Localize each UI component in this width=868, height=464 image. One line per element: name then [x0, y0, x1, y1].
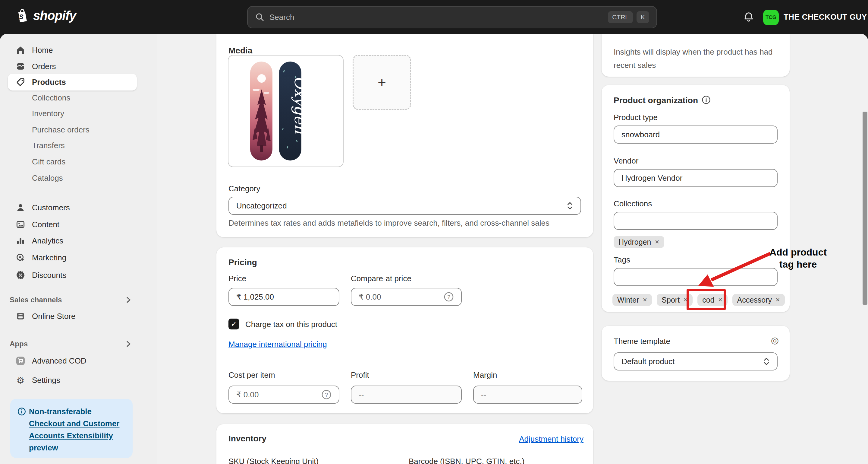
pricing-card: Pricing Price Compare-at price ₹ 1,025.0…: [216, 248, 593, 413]
svg-text:S: S: [19, 13, 24, 21]
add-media-button[interactable]: +: [352, 55, 411, 110]
remove-icon[interactable]: ✕: [655, 239, 659, 245]
sidebar-item-settings[interactable]: ⚙ Settings: [8, 372, 137, 388]
shopify-logo[interactable]: S shopify: [16, 8, 76, 23]
sidebar-item-purchase-orders[interactable]: Purchase orders: [8, 121, 137, 138]
analytics-icon: [16, 236, 25, 245]
sales-channels-header[interactable]: Sales channels: [8, 291, 137, 308]
theme-template-value: Default product: [621, 357, 675, 366]
user-menu[interactable]: THE CHECKOUT GUY: [784, 0, 867, 34]
profit-input[interactable]: --: [351, 385, 462, 404]
advanced-cod-cart-icon: [16, 356, 25, 366]
sidebar-item-marketing[interactable]: Marketing: [8, 249, 137, 266]
sidebar-item-transfers[interactable]: Transfers: [8, 137, 137, 154]
kbd-ctrl: CTRL: [608, 11, 633, 23]
customers-icon: [16, 203, 25, 212]
notice-suffix: preview: [29, 443, 58, 452]
search-input[interactable]: Search CTRL K: [247, 6, 657, 28]
sidebar-item-label: Settings: [32, 376, 60, 385]
theme-template-label: Theme template: [614, 337, 670, 346]
svg-text:?: ?: [447, 294, 451, 300]
collection-chip-hydrogen[interactable]: Hydrogen ✕: [614, 236, 664, 248]
sidebar-item-content[interactable]: Content: [8, 216, 137, 233]
info-icon: [18, 407, 26, 416]
info-icon[interactable]: [702, 95, 711, 105]
sidebar-item-collections[interactable]: Collections: [8, 89, 137, 106]
user-name: THE CHECKOUT GUY: [784, 12, 867, 22]
apps-header[interactable]: Apps: [8, 336, 137, 352]
avatar[interactable]: TCG: [763, 10, 779, 25]
theme-template-card: Theme template ◎ Default product: [601, 326, 789, 381]
product-type-input[interactable]: snowboard: [614, 125, 778, 144]
profit-label: Profit: [351, 371, 369, 380]
tag-chip-winter[interactable]: Winter✕: [613, 294, 652, 306]
eye-icon[interactable]: ◎: [771, 336, 779, 345]
cost-per-item-label: Cost per item: [228, 371, 275, 380]
apps-label: Apps: [10, 340, 28, 348]
product-type-label: Product type: [614, 113, 658, 122]
media-title: Media: [228, 46, 252, 56]
compare-at-value: ₹ 0.00: [359, 292, 381, 302]
charge-tax-checkbox[interactable]: ✓: [228, 319, 239, 329]
scrollbar-thumb[interactable]: [863, 112, 867, 305]
discounts-icon: [16, 270, 25, 280]
adjustment-history-link[interactable]: Adjustment history: [519, 434, 584, 444]
margin-input[interactable]: --: [473, 385, 582, 404]
margin-value: --: [481, 390, 486, 400]
extensibility-preview-link[interactable]: Checkout and Customer Accounts Extensibi…: [29, 419, 120, 440]
sidebar-item-discounts[interactable]: Discounts: [8, 267, 137, 284]
inventory-card: Inventory Adjustment history SKU (Stock …: [216, 424, 593, 464]
theme-template-select[interactable]: Default product: [614, 352, 778, 371]
margin-label: Margin: [473, 371, 497, 380]
shopify-bag-icon: S: [16, 8, 29, 23]
help-question-icon[interactable]: ?: [321, 389, 332, 400]
brand-wordmark: shopify: [33, 8, 76, 23]
sidebar-item-advanced-cod[interactable]: Advanced COD: [8, 352, 137, 369]
charge-tax-label: Charge tax on this product: [245, 320, 337, 329]
sidebar-item-label: Catalogs: [32, 173, 63, 183]
sidebar-item-catalogs[interactable]: Catalogs: [8, 170, 137, 186]
marketing-icon: [16, 253, 25, 262]
select-chevrons-icon: [763, 356, 770, 366]
sidebar-item-label: Advanced COD: [32, 356, 87, 366]
sidebar-item-online-store[interactable]: Online Store: [8, 308, 137, 325]
price-label: Price: [228, 274, 246, 283]
compare-at-price-input[interactable]: ₹ 0.00 ?: [351, 288, 462, 306]
notifications-bell-icon[interactable]: [743, 11, 755, 24]
sidebar-item-label: Products: [32, 78, 66, 87]
sidebar-item-label: Marketing: [32, 253, 66, 262]
manage-international-pricing-link[interactable]: Manage international pricing: [228, 340, 327, 349]
chip-label: Winter: [617, 296, 639, 304]
avatar-initials: TCG: [766, 14, 776, 21]
price-input[interactable]: ₹ 1,025.00: [228, 288, 339, 306]
cost-per-item-input[interactable]: ₹ 0.00 ?: [228, 385, 339, 404]
sidebar-item-customers[interactable]: Customers: [8, 199, 137, 216]
sidebar-item-products[interactable]: Products: [8, 74, 137, 90]
sidebar-item-label: Content: [32, 220, 59, 229]
plus-icon: +: [378, 74, 386, 91]
svg-text:?: ?: [325, 392, 328, 398]
category-label: Category: [228, 184, 260, 193]
products-tag-icon: [16, 77, 25, 87]
sales-channels-label: Sales channels: [10, 296, 62, 304]
sku-label: SKU (Stock Keeping Unit): [228, 457, 318, 464]
chevron-right-icon: [125, 296, 132, 303]
media-category-card: Media: [216, 34, 593, 237]
kbd-k: K: [637, 11, 649, 23]
sidebar-item-inventory[interactable]: Inventory: [8, 105, 137, 122]
vendor-input[interactable]: Hydrogen Vendor: [614, 169, 778, 187]
sidebar-item-gift-cards[interactable]: Gift cards: [8, 153, 137, 170]
sidebar-item-orders[interactable]: Orders: [8, 58, 137, 75]
chip-label: Sport: [661, 296, 680, 304]
product-media-thumbnail[interactable]: Oxygen: [228, 55, 344, 167]
collections-input[interactable]: [614, 212, 778, 230]
remove-icon[interactable]: ✕: [643, 296, 647, 303]
sidebar-item-label: Purchase orders: [32, 125, 90, 135]
category-select[interactable]: Uncategorized: [228, 197, 581, 215]
sidebar-item-home[interactable]: Home: [8, 41, 137, 59]
sidebar-item-label: Customers: [32, 203, 70, 212]
barcode-label: Barcode (ISBN, UPC, GTIN, etc.): [409, 457, 524, 464]
sidebar-item-analytics[interactable]: Analytics: [8, 232, 137, 249]
help-question-icon[interactable]: ?: [444, 292, 454, 302]
collections-label: Collections: [614, 199, 652, 208]
